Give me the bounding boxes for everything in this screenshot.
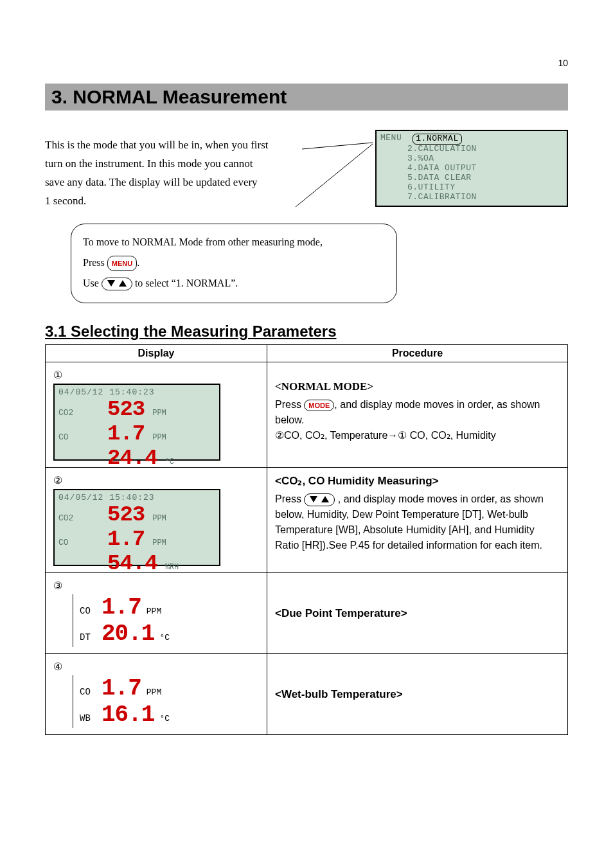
lcd2-l3-unit: %RH — [165, 563, 179, 572]
svg-marker-3 — [119, 280, 127, 287]
callout-bubble: To move to NORMAL Mode from other measur… — [71, 224, 397, 303]
lcd4-l2-unit: °C — [159, 714, 170, 723]
lcd1-l3-unit: °C — [165, 457, 174, 466]
lcd2-l2-value: 1.7 — [107, 527, 145, 551]
lcd2-l1-label: CO2 — [58, 513, 84, 523]
table-row: ④ CO1.7PPM WB16.1°C <Wet-bulb Temperatur… — [46, 654, 568, 735]
lcd4-l2-label: WB — [80, 713, 96, 723]
lcd3-l1-unit: PPM — [147, 607, 161, 616]
menu-item-1: 2.CALCULATION — [407, 144, 477, 154]
menu-item-6: 7.CALIBRATION — [407, 192, 477, 202]
menu-lcd: MENU 1.NORMAL 2.CALCULATION 3.%OA 4.DATA… — [375, 130, 568, 207]
row2-number: ② — [53, 474, 62, 486]
page-number: 10 — [558, 58, 568, 68]
lcd1-l1-value: 523 — [107, 397, 145, 421]
lcd-display-4: CO1.7PPM WB16.1°C — [53, 675, 220, 728]
lcd3-l2-label: DT — [80, 632, 96, 642]
table-header-display: Display — [46, 345, 267, 362]
intro-text: This is the mode that you will be in, wh… — [45, 136, 302, 211]
lcd4-l2-value: 16.1 — [102, 702, 154, 728]
table-row: ② 04/05/12 15:40:23 CO2523PPM CO1.7PPM 5… — [46, 468, 568, 573]
row1-number: ① — [53, 369, 62, 381]
lcd2-timestamp: 04/05/12 15:40:23 — [58, 493, 215, 502]
menu-item-0: 1.NORMAL — [413, 134, 461, 145]
row3-number: ③ — [53, 580, 62, 592]
lcd1-l1-label: CO2 — [58, 408, 84, 418]
svg-marker-4 — [310, 496, 317, 502]
callout-line3b: to select “1. NORMAL”. — [135, 278, 238, 288]
intro-line1: turn on the instrument. In this mode you… — [45, 157, 253, 170]
row1-cycle: ②CO, CO₂, Temperature→① CO, CO₂, Humidit… — [275, 430, 496, 441]
svg-marker-5 — [321, 496, 329, 502]
row2-pre: Press — [275, 493, 304, 504]
menu-item-4: 5.DATA CLEAR — [407, 173, 472, 182]
menu-item-2: 3.%OA — [407, 154, 434, 163]
lcd4-l1-unit: PPM — [147, 687, 161, 697]
subsection-heading: 3.1 Selecting the Measuring Parameters — [45, 323, 568, 341]
table-header-procedure: Procedure — [267, 345, 568, 362]
lcd3-l2-value: 20.1 — [102, 621, 154, 647]
menu-lcd-label: MENU — [380, 134, 407, 143]
intro-line3: 1 second. — [45, 195, 86, 207]
svg-line-0 — [302, 143, 373, 149]
lcd1-l2-value: 1.7 — [107, 421, 145, 446]
row3-title: <Due Point Temperature> — [275, 607, 560, 620]
section-heading-text: 3. NORMAL Measurement — [45, 84, 568, 111]
lcd-display-3: CO1.7PPM DT20.1°C — [53, 594, 220, 647]
menu-button-icon: MENU — [107, 256, 137, 271]
callout-line2b: . — [137, 257, 139, 268]
lcd2-l1-value: 523 — [107, 502, 145, 527]
callout-line2a: Press — [83, 257, 107, 268]
lcd4-l1-value: 1.7 — [102, 675, 141, 702]
lcd4-l1-label: CO — [80, 687, 96, 697]
row4-number: ④ — [53, 660, 62, 673]
procedure-table: Display Procedure ① 04/05/12 15:40:23 CO… — [45, 344, 568, 735]
svg-line-1 — [296, 144, 373, 207]
lcd2-l1-unit: PPM — [152, 514, 166, 523]
down-up-button-icon — [102, 278, 132, 290]
lcd1-l3-value: 24.4 — [107, 446, 157, 470]
lcd1-l2-label: CO — [58, 432, 84, 442]
row1-pre: Press — [275, 399, 304, 410]
lcd3-l1-label: CO — [80, 606, 96, 616]
svg-marker-2 — [107, 280, 115, 287]
lcd3-l2-unit: °C — [159, 633, 170, 642]
table-row: ③ CO1.7PPM DT20.1°C <Due Point Temperatu… — [46, 573, 568, 654]
menu-item-3: 4.DATA OUTPUT — [407, 163, 477, 173]
lcd-display-1: 04/05/12 15:40:23 CO2523PPM CO1.7PPM 24.… — [53, 384, 220, 461]
lcd-display-2: 04/05/12 15:40:23 CO2523PPM CO1.7PPM 54.… — [53, 489, 220, 566]
lcd2-l2-unit: PPM — [152, 538, 166, 547]
table-row: ① 04/05/12 15:40:23 CO2523PPM CO1.7PPM 2… — [46, 362, 568, 468]
lcd1-timestamp: 04/05/12 15:40:23 — [58, 387, 215, 397]
menu-item-5: 6.UTILITY — [407, 182, 456, 192]
mode-button-icon: MODE — [304, 400, 334, 412]
lcd3-l1-value: 1.7 — [102, 594, 141, 621]
row2-title: <CO₂, CO Humidity Measuring> — [275, 474, 560, 488]
callout-line1: To move to NORMAL Mode from other measur… — [83, 232, 385, 252]
intro-line0: This is the mode that you will be in, wh… — [45, 139, 269, 151]
lcd2-l3-value: 54.4 — [107, 551, 157, 576]
row1-title: <NORMAL MODE> — [275, 380, 560, 393]
lcd1-l2-unit: PPM — [152, 433, 166, 442]
row4-title: <Wet-bulb Temperature> — [275, 688, 560, 701]
section-heading: 3. NORMAL Measurement — [45, 84, 568, 111]
lcd1-l1-unit: PPM — [152, 409, 166, 418]
callout-line3a: Use — [83, 278, 102, 288]
intro-line2: save any data. The display will be updat… — [45, 176, 258, 188]
lcd2-l2-label: CO — [58, 538, 84, 547]
down-up-button-icon — [304, 493, 335, 506]
